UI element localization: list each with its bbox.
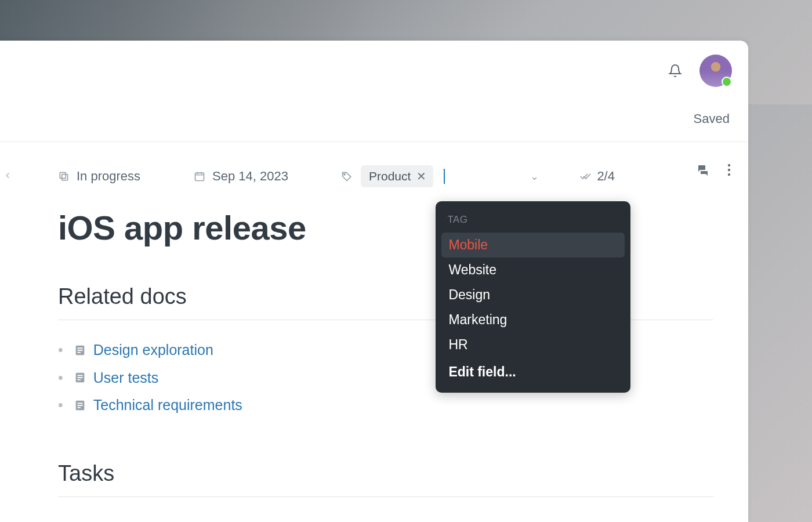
svg-rect-9 (77, 350, 82, 351)
tasks-progress-field[interactable]: 2/4 (579, 169, 615, 184)
document-icon (74, 399, 86, 412)
section-tasks[interactable]: Tasks (58, 461, 713, 497)
svg-rect-14 (77, 379, 81, 380)
more-menu-icon[interactable] (727, 163, 731, 177)
dropdown-item-design[interactable]: Design (441, 282, 625, 307)
tag-input[interactable]: ⌄ TAG Mobile Website Design Marketing HR… (441, 166, 542, 186)
status-icon (58, 171, 70, 182)
double-check-icon (579, 171, 591, 182)
calendar-icon (194, 171, 205, 182)
date-field[interactable]: Sep 14, 2023 (194, 169, 339, 184)
tasks-progress-value: 2/4 (597, 169, 615, 184)
svg-point-2 (728, 173, 730, 176)
tag-remove-icon[interactable]: ✕ (416, 171, 426, 182)
svg-point-6 (344, 173, 346, 175)
status-field[interactable]: In progress (58, 169, 191, 184)
doc-link[interactable]: Design exploration (93, 336, 213, 364)
document-icon (74, 371, 86, 384)
svg-rect-12 (77, 375, 82, 376)
doc-link[interactable]: User tests (93, 364, 159, 392)
svg-rect-8 (77, 347, 82, 349)
tag-dropdown: TAG Mobile Website Design Marketing HR E… (436, 201, 630, 393)
dropdown-header: TAG (441, 212, 625, 233)
text-cursor (444, 169, 445, 184)
avatar[interactable] (699, 55, 732, 87)
notifications-icon[interactable] (668, 64, 682, 78)
date-value: Sep 14, 2023 (212, 169, 288, 184)
comments-icon[interactable] (696, 163, 710, 177)
dropdown-item-marketing[interactable]: Marketing (441, 307, 625, 332)
dropdown-edit-field[interactable]: Edit field... (441, 360, 625, 385)
list-item: Technical requirements (58, 392, 713, 419)
meta-row: In progress Sep 14, 2023 Product ✕ (58, 165, 713, 187)
svg-point-1 (728, 169, 730, 171)
document-panel: Saved ‹‹ In progress (0, 41, 748, 522)
svg-point-0 (728, 164, 730, 166)
chevron-down-icon[interactable]: ⌄ (530, 170, 539, 183)
svg-rect-3 (60, 172, 66, 178)
dropdown-item-website[interactable]: Website (441, 258, 625, 282)
svg-rect-5 (195, 173, 204, 180)
svg-rect-17 (77, 405, 82, 406)
svg-rect-13 (77, 377, 82, 378)
content-area: ‹‹ In progress Sep (0, 142, 748, 497)
document-icon (74, 344, 86, 357)
doc-link[interactable]: Technical requirements (93, 392, 242, 419)
svg-rect-18 (77, 407, 81, 408)
dropdown-item-mobile[interactable]: Mobile (441, 233, 625, 258)
status-value: In progress (77, 169, 140, 184)
topbar: Saved (0, 41, 748, 142)
svg-rect-4 (62, 175, 68, 180)
svg-rect-10 (77, 352, 81, 353)
svg-rect-16 (77, 403, 82, 404)
save-status: Saved (694, 111, 730, 126)
tag-chip-product: Product ✕ (361, 165, 433, 187)
tag-icon (341, 171, 353, 182)
tag-chip-label: Product (369, 169, 411, 183)
tags-field: Product ✕ ⌄ TAG Mobile Website Design Ma… (341, 165, 542, 187)
dropdown-item-hr[interactable]: HR (441, 332, 625, 357)
